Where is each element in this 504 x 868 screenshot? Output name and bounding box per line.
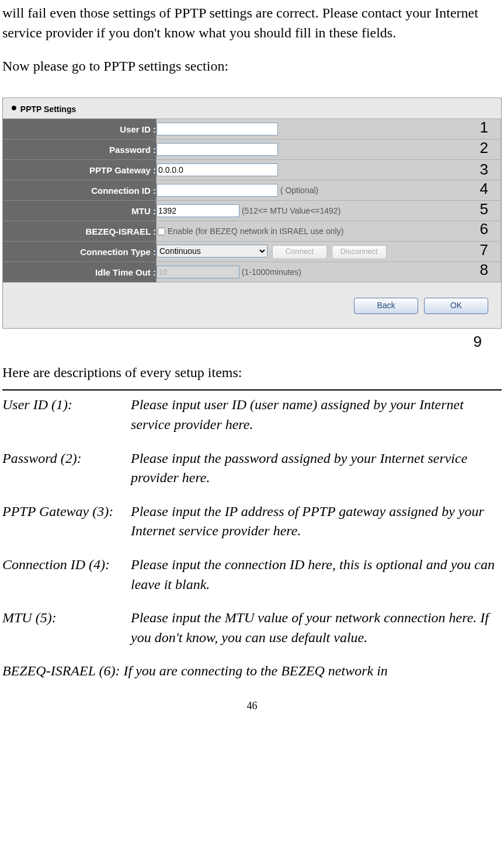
connection-id-input[interactable]: [157, 184, 278, 197]
desc-password-text: Please input the password assigned by yo…: [131, 449, 502, 488]
disconnect-button[interactable]: Disconnect: [332, 245, 387, 259]
desc-connection-id: Connection ID (4): Please input the conn…: [2, 555, 502, 594]
desc-user-id-label: User ID (1):: [2, 395, 131, 434]
ok-button[interactable]: OK: [424, 298, 488, 314]
footer-buttons: Back OK: [3, 283, 501, 314]
desc-mtu-label: MTU (5):: [2, 608, 131, 647]
desc-bezeq-israel: BEZEQ-ISRAEL (6): If you are connecting …: [2, 661, 502, 681]
idle-timeout-input: [157, 266, 239, 278]
annotation-5: 5: [480, 198, 488, 219]
password-input[interactable]: [157, 143, 278, 156]
desc-mtu-text: Please input the MTU value of your netwo…: [131, 608, 502, 647]
user-id-label: User ID :: [3, 119, 157, 140]
page-number: 46: [2, 699, 502, 713]
desc-connection-id-text: Please input the connection ID here, thi…: [131, 555, 502, 594]
desc-pptp-gateway-text: Please input the IP address of PPTP gate…: [131, 502, 502, 541]
intro-paragraph-1: will fail even those settings of PPTP se…: [2, 4, 502, 43]
back-button[interactable]: Back: [354, 298, 418, 314]
pptp-gateway-label: PPTP Gateway :: [3, 160, 157, 180]
bezeq-israel-hint: Enable (for BEZEQ network in ISRAEL use …: [168, 226, 343, 236]
pptp-gateway-input[interactable]: [157, 163, 278, 176]
desc-pptp-gateway: PPTP Gateway (3): Please input the IP ad…: [2, 502, 502, 541]
idle-timeout-hint: (1-1000minutes): [242, 267, 301, 277]
pptp-settings-title: PPTP Settings: [20, 104, 76, 114]
desc-password-label: Password (2):: [2, 449, 131, 488]
annotation-1: 1: [480, 117, 488, 138]
connection-id-label: Connection ID :: [3, 180, 157, 201]
pptp-settings-header: •PPTP Settings: [3, 103, 501, 119]
password-label: Password :: [3, 140, 157, 160]
horizontal-rule: [2, 389, 502, 391]
desc-password: Password (2): Please input the password …: [2, 449, 502, 488]
bezeq-israel-checkbox[interactable]: [158, 228, 165, 235]
annotation-7: 7: [480, 239, 488, 260]
annotation-2: 2: [480, 137, 488, 158]
desc-connection-id-label: Connection ID (4):: [2, 555, 131, 594]
connection-type-select[interactable]: Continuous: [157, 245, 267, 257]
annotation-8: 8: [480, 259, 488, 280]
bezeq-israel-label: BEZEQ-ISRAEL :: [3, 221, 157, 242]
desc-user-id-text: Please input user ID (user name) assigne…: [131, 395, 502, 434]
idle-timeout-label: Idle Time Out :: [3, 262, 157, 283]
desc-pptp-gateway-label: PPTP Gateway (3):: [2, 502, 131, 541]
connection-type-label: Connection Type :: [3, 242, 157, 262]
mtu-input[interactable]: [157, 204, 239, 217]
annotation-9: 9: [2, 331, 482, 352]
annotation-4: 4: [480, 178, 488, 199]
descriptions-heading: Here are descriptions of every setup ite…: [2, 363, 502, 383]
user-id-input[interactable]: [157, 123, 278, 135]
connect-button[interactable]: Connect: [272, 245, 327, 259]
intro-paragraph-2: Now please go to PPTP settings section:: [2, 57, 502, 76]
pptp-settings-table: User ID : Password : PPTP Gateway : Conn…: [3, 118, 501, 283]
desc-mtu: MTU (5): Please input the MTU value of y…: [2, 608, 502, 647]
connection-id-hint: ( Optional): [280, 186, 318, 195]
desc-user-id: User ID (1): Please input user ID (user …: [2, 395, 502, 434]
annotation-6: 6: [480, 218, 488, 239]
annotation-3: 3: [480, 159, 488, 180]
mtu-hint: (512<= MTU Value<=1492): [242, 206, 340, 215]
mtu-label: MTU :: [3, 201, 157, 221]
pptp-settings-screenshot: •PPTP Settings User ID : Password : PPTP…: [2, 97, 502, 329]
